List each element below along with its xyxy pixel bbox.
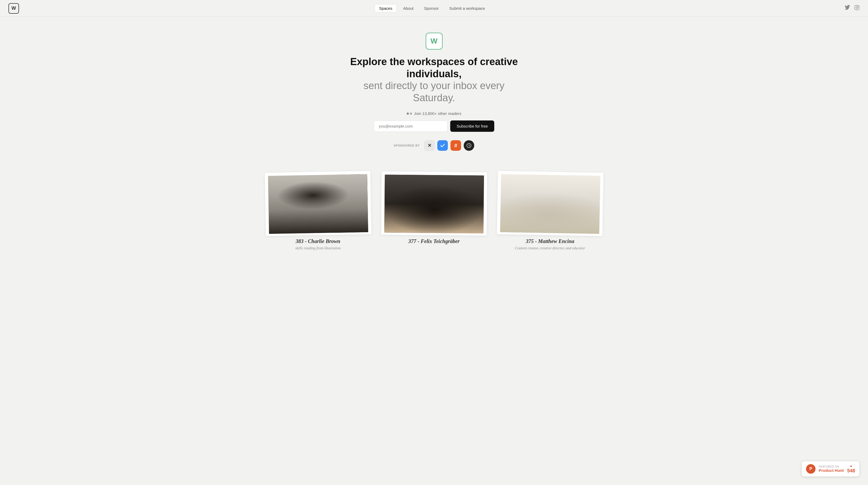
hero-logo: W xyxy=(426,33,442,50)
svg-point-2 xyxy=(858,6,859,7)
workspace-image-1 xyxy=(268,174,368,234)
workspace-card-375[interactable]: 375 - Matthew Encina Content creator, cr… xyxy=(497,172,603,251)
workspace-card-383[interactable]: 383 - Charlie Brown skills randing from … xyxy=(265,172,371,251)
card-description-3: Content creator, creative director, and … xyxy=(497,246,603,251)
nav-logo[interactable]: W xyxy=(8,3,19,14)
card-image-wrapper-2 xyxy=(381,171,487,236)
product-hunt-arrow: ▲ xyxy=(849,464,853,467)
hero-section: W Explore the workspaces of creative ind… xyxy=(0,17,868,161)
card-title-3: 375 - Matthew Encina xyxy=(497,238,603,244)
nav-link-spaces[interactable]: Spaces xyxy=(374,4,397,12)
product-hunt-text: FEATURED ON Product Hunt xyxy=(819,465,844,473)
workspace-image-3 xyxy=(500,174,600,234)
product-hunt-featured-label: FEATURED ON xyxy=(819,465,844,468)
product-hunt-logo: P xyxy=(806,464,815,474)
nav-link-submit[interactable]: Submit a workspace xyxy=(445,4,489,12)
sponsor-kaspersky[interactable]: ✕ xyxy=(424,140,435,151)
sponsor-icons: ✕ # xyxy=(424,140,474,151)
nav-link-sponsor[interactable]: Sponsor xyxy=(420,4,443,12)
card-image-wrapper-1 xyxy=(265,171,371,236)
hero-title: Explore the workspaces of creative indiv… xyxy=(342,56,526,80)
card-title-2: 377 - Felix Teichgräber xyxy=(381,238,487,244)
hero-subtitle: sent directly to your inbox every Saturd… xyxy=(342,80,526,104)
subscribe-button[interactable]: Subscribe for free xyxy=(450,121,494,132)
nav-social xyxy=(845,5,860,11)
nav-links: Spaces About Sponsor Submit a workspace xyxy=(374,4,489,12)
product-hunt-badge[interactable]: P FEATURED ON Product Hunt ▲ 548 xyxy=(802,461,860,477)
sponsor-paste[interactable] xyxy=(437,140,448,151)
dot-2 xyxy=(410,112,412,115)
reader-dots xyxy=(407,112,412,115)
subscribe-form: Subscribe for free xyxy=(374,121,494,132)
sponsored-section: SPONSORED BY ✕ # xyxy=(394,140,474,151)
cards-section: 383 - Charlie Brown skills randing from … xyxy=(249,161,619,261)
svg-rect-0 xyxy=(855,5,859,10)
product-hunt-number: 548 xyxy=(847,468,855,474)
twitter-icon[interactable] xyxy=(845,5,850,11)
email-input[interactable] xyxy=(374,121,447,132)
sponsored-label: SPONSORED BY xyxy=(394,144,420,147)
dot-1 xyxy=(407,112,409,115)
instagram-icon[interactable] xyxy=(854,5,860,11)
nav-logo-letter: W xyxy=(11,5,16,11)
readers-count: Join 13,800+ other readers xyxy=(407,111,462,116)
product-hunt-count: ▲ 548 xyxy=(847,464,855,474)
card-description-1: skills randing from illustration xyxy=(265,246,371,251)
navbar: W Spaces About Sponsor Submit a workspac… xyxy=(0,0,868,17)
workspace-card-377[interactable]: 377 - Felix Teichgräber xyxy=(381,172,487,251)
readers-text: Join 13,800+ other readers xyxy=(414,111,462,116)
sponsor-pricetag[interactable] xyxy=(464,140,474,151)
card-image-wrapper-3 xyxy=(497,171,603,236)
product-hunt-name: Product Hunt xyxy=(819,468,844,473)
sponsor-hazeover[interactable]: # xyxy=(451,140,461,151)
nav-link-about[interactable]: About xyxy=(399,4,417,12)
svg-point-1 xyxy=(856,7,858,9)
card-title-1: 383 - Charlie Brown xyxy=(265,238,371,244)
workspace-image-2 xyxy=(384,175,484,233)
